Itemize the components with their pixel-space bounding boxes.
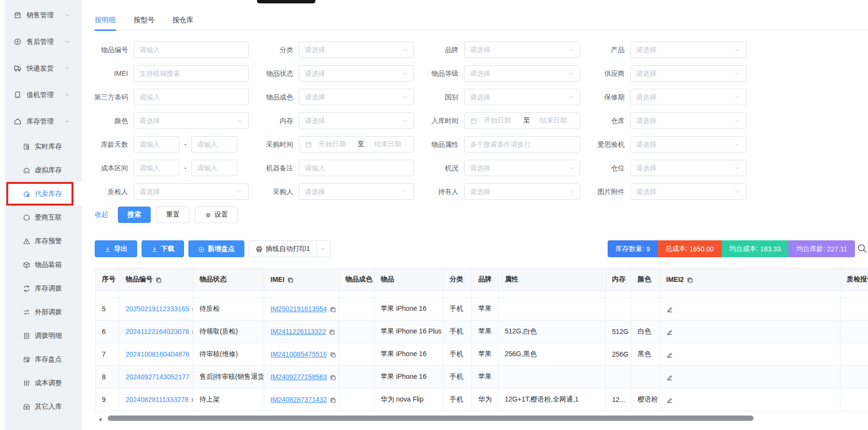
sidebar-item-aishang-network[interactable]: 爱商互联 bbox=[0, 206, 82, 229]
sidebar-item-other-inbound[interactable]: 其它入库 bbox=[0, 395, 82, 418]
memory-select[interactable] bbox=[299, 112, 414, 129]
download-button[interactable]: 下载 bbox=[142, 240, 184, 257]
cell-status: 待质检 bbox=[193, 298, 264, 320]
item-code-link[interactable]: 20241008160404876 bbox=[126, 350, 189, 358]
cell-product: 华为 nova Flip bbox=[374, 388, 443, 411]
sidebar-item-external-transfer[interactable]: 外部调拨 bbox=[0, 300, 82, 324]
cell-brand: 苹果 bbox=[472, 343, 498, 366]
edit-icon-button[interactable] bbox=[666, 396, 673, 403]
copy-column-icon[interactable] bbox=[155, 276, 162, 283]
auto-print-button[interactable]: 插线自动打印1 bbox=[249, 241, 316, 257]
sidebar-item-virtual-stock[interactable]: 虚拟库存 bbox=[0, 158, 82, 182]
warehouse-select[interactable] bbox=[630, 112, 746, 129]
bin-location-select[interactable] bbox=[630, 160, 746, 176]
cell-text: 手机 bbox=[450, 373, 463, 381]
imei-link[interactable]: IM2409277158563 bbox=[270, 373, 327, 381]
column-header-no: 序号 bbox=[95, 268, 119, 291]
qc-person-select[interactable] bbox=[134, 183, 249, 200]
tab-by-model[interactable]: 按型号 bbox=[134, 15, 155, 31]
scroll-left-arrow[interactable] bbox=[97, 415, 103, 421]
cell-category: 手机 bbox=[443, 320, 472, 343]
cell-memory bbox=[606, 366, 631, 388]
warranty-select[interactable] bbox=[630, 89, 746, 105]
sidebar-item-after-sales[interactable]: 售后管理 bbox=[0, 28, 82, 55]
sidebar-item-label: 销售管理 bbox=[27, 11, 54, 20]
table-search-icon[interactable] bbox=[857, 243, 868, 254]
edit-icon-button[interactable] bbox=[666, 305, 673, 313]
sidebar-item-transfer-detail[interactable]: 调拨明细 bbox=[0, 324, 82, 347]
sidebar-item-loaner[interactable]: 借机管理 bbox=[0, 82, 82, 108]
sidebar-item-stock-warning[interactable]: 库存预警 bbox=[0, 229, 82, 253]
holder-select[interactable] bbox=[464, 183, 580, 200]
aisi-check-select[interactable] bbox=[630, 136, 746, 153]
copy-column-icon[interactable] bbox=[287, 276, 294, 283]
imei-link[interactable]: IM2411226113322 bbox=[270, 328, 326, 335]
item-code-link[interactable]: 20250219112333165 bbox=[126, 305, 189, 313]
imei-input[interactable] bbox=[134, 65, 249, 82]
item-code-link[interactable]: 20240927143052177 bbox=[126, 373, 189, 381]
edit-icon-button[interactable] bbox=[666, 351, 673, 358]
imei-link[interactable]: IM2502191613554 bbox=[270, 305, 327, 313]
tab-by-warehouse[interactable]: 按仓库 bbox=[172, 15, 194, 31]
imei-link[interactable]: IM2410085475516 bbox=[270, 350, 327, 358]
brand-select[interactable] bbox=[464, 42, 580, 58]
category-select[interactable] bbox=[299, 42, 414, 58]
collapse-link[interactable]: 收起 bbox=[95, 210, 108, 219]
machine-note-input[interactable] bbox=[299, 160, 414, 176]
item-code-link[interactable]: 20241122164023078 bbox=[126, 328, 189, 335]
cell-code: 20241122164023078 bbox=[119, 320, 193, 343]
copy-column-icon[interactable] bbox=[686, 276, 694, 283]
purchaser-select[interactable] bbox=[299, 183, 414, 200]
calendar-icon bbox=[305, 141, 312, 148]
copy-icon-button[interactable] bbox=[329, 305, 337, 313]
edit-icon-button[interactable] bbox=[666, 328, 673, 335]
color-select[interactable] bbox=[134, 112, 249, 129]
item-status-select[interactable] bbox=[299, 65, 414, 82]
sidebar-item-cost-adjust[interactable]: 成本调整 bbox=[0, 371, 82, 395]
item-attrs-input[interactable] bbox=[464, 136, 580, 153]
country-select[interactable] bbox=[464, 89, 580, 105]
product-select[interactable] bbox=[630, 42, 746, 58]
auto-print-dropdown-toggle[interactable] bbox=[316, 241, 330, 257]
inbound-time-daterange[interactable]: 开始日期至结束日期 bbox=[464, 112, 580, 129]
sidebar-item-stock-transfer[interactable]: 库存调拨 bbox=[0, 277, 82, 300]
image-attach-select[interactable] bbox=[630, 183, 746, 200]
copy-icon-button[interactable] bbox=[329, 351, 337, 358]
copy-icon-button[interactable] bbox=[329, 396, 337, 403]
item-code-input[interactable] bbox=[134, 42, 249, 58]
chevron-down-icon bbox=[568, 165, 574, 171]
imei-link[interactable]: IM2408287371432 bbox=[270, 396, 327, 403]
search-button[interactable]: 搜索 bbox=[118, 207, 151, 223]
sidebar-item-sales[interactable]: 销售管理 bbox=[0, 2, 82, 28]
item-grade-select[interactable] bbox=[464, 65, 580, 82]
purchase-time-daterange[interactable]: 开始日期至结束日期 bbox=[299, 136, 414, 153]
sidebar-item-consignment-stock[interactable]: 代卖库存 bbox=[0, 182, 82, 206]
tab-by-detail[interactable]: 按明细 bbox=[95, 15, 116, 31]
cell-imei2 bbox=[660, 320, 840, 343]
reset-button[interactable]: 重置 bbox=[157, 207, 189, 223]
sidebar-item-inventory[interactable]: 库存管理 bbox=[0, 108, 82, 135]
stock-age-days-max-input[interactable] bbox=[191, 136, 237, 153]
sidebar-item-stock-take[interactable]: 库存盘点 bbox=[0, 347, 82, 371]
copy-icon-button[interactable] bbox=[329, 374, 337, 381]
new-stocktake-button[interactable]: 新增盘点 bbox=[188, 240, 244, 257]
supplier-select[interactable] bbox=[630, 65, 746, 82]
item-code-link[interactable]: 20240828111333278 bbox=[126, 396, 188, 403]
sidebar-item-item-boxing[interactable]: 物品装箱 bbox=[0, 253, 82, 277]
cell-status: 待审核(维修) bbox=[193, 343, 264, 366]
export-button[interactable]: 导出 bbox=[95, 240, 137, 257]
scrollbar-thumb[interactable] bbox=[108, 416, 754, 421]
edit-icon-button[interactable] bbox=[666, 374, 673, 381]
third-barcode-input[interactable] bbox=[134, 89, 249, 105]
cell-no: 9 bbox=[95, 388, 119, 411]
machine-cond-select[interactable] bbox=[464, 160, 580, 176]
sidebar-item-realtime-stock[interactable]: 实时库存 bbox=[0, 135, 82, 158]
item-condition-select[interactable] bbox=[299, 89, 414, 105]
settings-button[interactable]: 设置 bbox=[195, 207, 238, 223]
stock-age-days-min-input[interactable] bbox=[134, 136, 180, 153]
cell-condition bbox=[339, 298, 374, 320]
cost-range-min-input[interactable] bbox=[134, 160, 180, 176]
sidebar-item-express[interactable]: 快递发货 bbox=[0, 55, 82, 82]
copy-icon-button[interactable] bbox=[328, 328, 336, 335]
cost-range-max-input[interactable] bbox=[191, 160, 237, 176]
